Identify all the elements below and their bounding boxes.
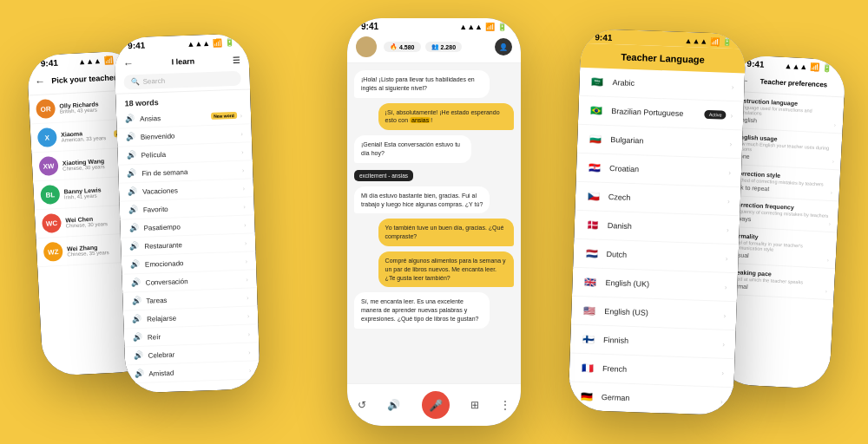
teacher-avatar-xw: XW: [39, 156, 59, 176]
sound-icon-fav[interactable]: 🔊: [128, 206, 138, 214]
chevron-tar: ›: [247, 294, 249, 300]
pref-chevron-pace: ›: [825, 288, 827, 293]
language-list: 🇸🇦 Arabic › 🇧🇷 Brazilian Portuguese Acti…: [568, 68, 745, 415]
teacher-avatar-or: OR: [36, 99, 56, 119]
signal-icon-4: ▲▲▲: [684, 36, 707, 45]
msg-text-3a: ¡Genial! Esta conversación estuvo tu día…: [361, 141, 460, 156]
pref-speaking-pace[interactable]: Speaking pace Speed at which the teacher…: [721, 264, 836, 301]
msg-5: Yo también tuve un buen día, gracias. ¿Q…: [378, 219, 514, 246]
sound-icon-reir[interactable]: 🔊: [133, 333, 142, 342]
teacher-avatar-bl: BL: [40, 185, 60, 205]
volume-icon[interactable]: 🔊: [387, 399, 400, 411]
pref-title: Teacher preferences: [749, 76, 838, 88]
sound-icon-pel[interactable]: 🔊: [126, 151, 135, 160]
stat-fire: 🔥 4.580: [384, 42, 421, 52]
sound-icon-bien[interactable]: 🔊: [126, 133, 135, 141]
lang-name-arabic: Arabic: [612, 78, 732, 91]
chevron-bien: ›: [240, 130, 243, 136]
people-count: 2.280: [441, 44, 457, 50]
sound-icon-tar[interactable]: 🔊: [131, 297, 141, 305]
sound-icon-res[interactable]: 🔊: [129, 242, 139, 251]
learn-back-arrow[interactable]: ←: [123, 57, 134, 69]
lang-title: Teacher Language: [590, 50, 734, 66]
learn-title: I learn: [171, 57, 194, 67]
wifi-icon-2: 📶: [213, 38, 222, 47]
pref-chevron-correction: ›: [831, 189, 832, 194]
flag-english-us: 🇺🇸: [582, 303, 598, 319]
signal-icon: ▲▲▲: [78, 56, 102, 66]
word-text-tar: Tareas: [146, 293, 247, 304]
word-text-conv: Conversación: [146, 275, 247, 286]
sound-icon-ansias[interactable]: 🔊: [125, 114, 135, 123]
msg-text-2: ¡Sí, absolutamente! ¡He estado esperando…: [385, 109, 500, 124]
wifi-icon: 📶: [104, 56, 115, 65]
time-1: 9:41: [41, 58, 59, 69]
lang-name-croatian: Croatian: [609, 164, 729, 177]
flag-bulgarian: 🇧🇬: [588, 131, 604, 147]
wifi-icon-5: 📶: [810, 62, 820, 72]
refresh-icon[interactable]: ↺: [358, 399, 366, 411]
sound-icon-cel[interactable]: 🔊: [134, 351, 143, 360]
sound-icon-ami[interactable]: 🔊: [134, 369, 143, 378]
tooltip-ansias: excitement - ansias: [354, 170, 413, 181]
status-icons-2: ▲▲▲ 📶 🔋: [187, 37, 234, 48]
chevron-res: ›: [245, 239, 247, 245]
filter-icon[interactable]: ☰: [233, 55, 240, 64]
sound-icon-rel[interactable]: 🔊: [132, 315, 141, 323]
battery-icon-5: 🔋: [822, 63, 832, 73]
msg-6: Compré algunos alimentos para la semana …: [378, 251, 514, 287]
mic-button[interactable]: 🎤: [422, 391, 450, 419]
word-text-reir: Reír: [148, 330, 248, 341]
lang-name-dutch: Dutch: [606, 250, 726, 263]
msg-2: ¡Sí, absolutamente! ¡He estado esperando…: [378, 103, 514, 131]
chevron-brazilian: ›: [731, 111, 733, 119]
chat-header: 🔥 4.580 👥 2.280 👤: [347, 33, 521, 63]
pref-instruction-lang[interactable]: Instruction language Language used for i…: [730, 92, 845, 134]
lang-german[interactable]: 🇩🇪 German ›: [568, 382, 733, 416]
chevron-german: ›: [720, 397, 723, 405]
status-icons-5: ▲▲▲ 📶 🔋: [784, 61, 832, 72]
grid-icon[interactable]: ⊞: [470, 399, 479, 411]
fire-count: 4.580: [399, 44, 415, 50]
people-icon: 👥: [431, 43, 439, 50]
chevron-pel: ›: [241, 148, 244, 154]
chevron-croatian: ›: [728, 168, 731, 176]
word-text-pas: Pasatiempo: [143, 220, 244, 232]
chevron-english-uk: ›: [725, 283, 727, 291]
phone-teacher-language: 9:41 ▲▲▲ 📶 🔋 Teacher Language 🇸🇦 Arabic …: [568, 29, 746, 415]
more-icon[interactable]: ⋮: [500, 399, 510, 411]
pref-english-usage[interactable]: English usage How much English your teac…: [727, 128, 842, 171]
profile-icon[interactable]: 👤: [495, 38, 512, 56]
search-box[interactable]: 🔍 Search: [123, 71, 241, 90]
status-icons-3: ▲▲▲ 📶 🔋: [459, 23, 507, 31]
lang-name-german: German: [602, 393, 721, 406]
new-word-badge: New word: [211, 112, 237, 120]
word-text-bien: Bienvenido: [141, 129, 241, 140]
flag-danish: 🇩🇰: [585, 217, 602, 233]
back-arrow[interactable]: ←: [35, 75, 46, 88]
flag-brazilian: 🇧🇷: [589, 102, 605, 119]
sound-icon-conv[interactable]: 🔊: [131, 278, 141, 287]
signal-icon-5: ▲▲▲: [784, 61, 807, 70]
phone-chat: 9:41 ▲▲▲ 📶 🔋 🔥 4.580 👥 2.280: [347, 18, 521, 426]
time-2: 9:41: [128, 41, 145, 51]
sound-icon-vac[interactable]: 🔊: [128, 187, 137, 196]
chevron-reir: ›: [247, 330, 250, 336]
sound-icon-fin[interactable]: 🔊: [127, 169, 136, 178]
signal-icon-3: ▲▲▲: [459, 23, 483, 31]
word-amistad[interactable]: 🔊 Amistad ›: [125, 361, 260, 383]
chevron-emo: ›: [245, 258, 247, 264]
word-text-rel: Relajarse: [147, 311, 247, 323]
sound-icon-emo[interactable]: 🔊: [130, 260, 140, 269]
pref-chevron-freq: ›: [829, 220, 831, 225]
chevron-arabic: ›: [732, 82, 734, 90]
msg-1: ¡Hola! ¡Listo para llevar tus habilidade…: [354, 70, 490, 98]
lang-name-czech: Czech: [608, 193, 728, 206]
flag-dutch: 🇳🇱: [583, 245, 600, 262]
pref-formality[interactable]: Formality Level of formality in your tea…: [722, 227, 837, 270]
pref-chevron-english: ›: [832, 158, 834, 163]
sound-icon-pas[interactable]: 🔊: [128, 224, 138, 232]
msg-text-6: Compré algunos alimentos para la semana …: [385, 258, 506, 281]
lang-name-danish: Danish: [608, 221, 727, 234]
phone-learn: 9:41 ▲▲▲ 📶 🔋 ← I learn ☰ 🔍 Search 18: [114, 33, 260, 393]
